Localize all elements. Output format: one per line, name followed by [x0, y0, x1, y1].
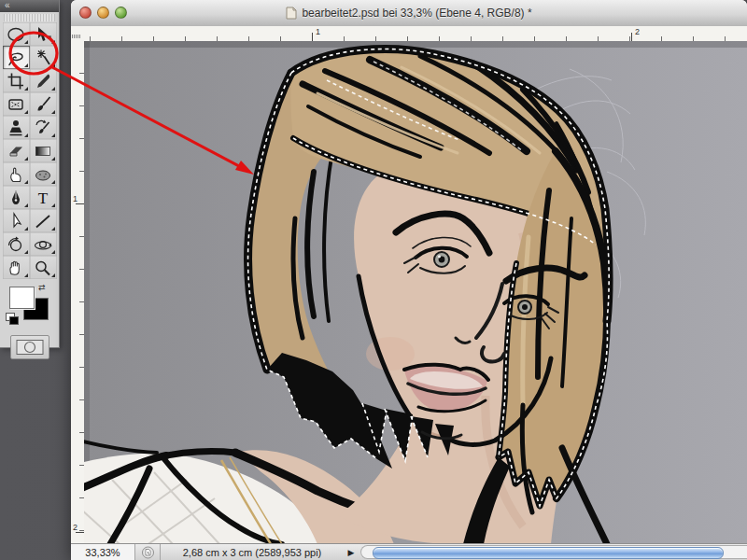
vertical-ruler[interactable]: 1 2: [71, 41, 85, 544]
palette-collapse-bar[interactable]: «: [0, 0, 59, 12]
foreground-color-swatch[interactable]: [9, 287, 35, 309]
photoshop-workspace: «: [0, 0, 747, 560]
ruler-label: 2: [73, 523, 78, 532]
tool-palette: «: [0, 0, 60, 348]
status-flyout-button[interactable]: ▶: [344, 544, 359, 560]
tool-lasso[interactable]: [3, 46, 30, 69]
status-bar: 33,33% 2,68 cm x 3 cm (2589,953 ppi) ▶: [71, 543, 747, 560]
color-swatches: ⇄: [7, 285, 52, 328]
tool-clone-stamp[interactable]: [3, 116, 30, 139]
palette-grip[interactable]: [4, 14, 55, 21]
tool-magic-wand[interactable]: [30, 46, 57, 69]
document-proxy-icon: [286, 7, 297, 20]
tool-eraser[interactable]: [3, 139, 30, 162]
default-colors-icon[interactable]: [6, 313, 19, 325]
tool-gradient[interactable]: [30, 139, 57, 162]
tool-3d-orbit[interactable]: [30, 232, 57, 256]
horizontal-scrollbar[interactable]: [360, 545, 747, 559]
zoom-level-field[interactable]: 33,33%: [71, 544, 135, 560]
tool-crop[interactable]: [3, 69, 30, 92]
tool-grid: T: [0, 22, 59, 279]
tool-sponge[interactable]: [30, 162, 57, 186]
minimize-button[interactable]: [97, 7, 109, 19]
tool-hand[interactable]: [3, 256, 30, 279]
window-controls: [79, 7, 127, 19]
collapse-chevron-icon: «: [5, 0, 9, 10]
portrait-artwork: [84, 41, 747, 544]
tool-pen[interactable]: [3, 186, 30, 209]
tool-type[interactable]: T: [30, 186, 57, 209]
tool-zoom[interactable]: [30, 256, 57, 279]
status-doc-icon: [135, 544, 161, 560]
tool-path-selection[interactable]: [3, 209, 30, 232]
quick-mask-icon: [16, 339, 44, 356]
ruler-corner: [71, 26, 85, 42]
document-info: 2,68 cm x 3 cm (2589,953 ppi): [161, 544, 344, 560]
titlebar[interactable]: bearbeitet2.psd bei 33,3% (Ebene 4, RGB/…: [71, 0, 747, 27]
canvas-viewport[interactable]: [84, 41, 747, 544]
tool-history-brush[interactable]: [30, 116, 57, 139]
ruler-label: 1: [73, 194, 78, 203]
swap-colors-icon[interactable]: ⇄: [38, 283, 46, 292]
zoom-window-button[interactable]: [115, 7, 127, 19]
ruler-label: 2: [635, 27, 640, 36]
tool-smudge[interactable]: [3, 162, 30, 186]
tool-eyedropper[interactable]: [30, 69, 57, 92]
ruler-label: 1: [316, 27, 320, 36]
scrollbar-thumb[interactable]: [373, 547, 724, 559]
window-title: bearbeitet2.psd bei 33,3% (Ebene 4, RGB/…: [286, 7, 531, 20]
tool-patch[interactable]: [3, 92, 30, 116]
flyout-triangle-icon: ▶: [348, 548, 355, 557]
quick-mask-button[interactable]: [10, 335, 49, 359]
tool-line[interactable]: [30, 209, 57, 232]
horizontal-ruler[interactable]: 1 2: [84, 26, 747, 42]
document-window: bearbeitet2.psd bei 33,3% (Ebene 4, RGB/…: [71, 0, 747, 560]
tool-elliptical-marquee[interactable]: [3, 22, 30, 46]
svg-text:T: T: [38, 189, 49, 207]
tool-brush[interactable]: [30, 92, 57, 116]
tool-move[interactable]: [30, 22, 57, 46]
close-button[interactable]: [79, 7, 92, 19]
tool-3d-rotate[interactable]: [3, 232, 30, 256]
